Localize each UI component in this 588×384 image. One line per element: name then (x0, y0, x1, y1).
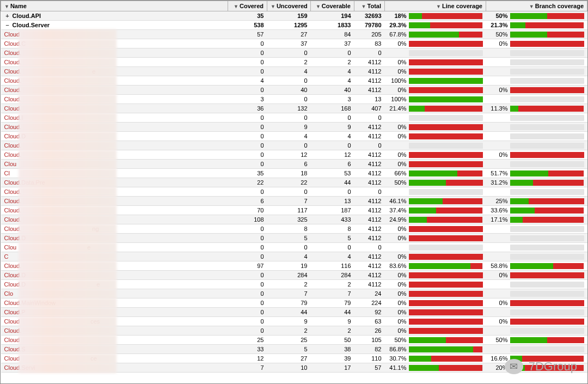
table-row[interactable]: Cloud.4044112100% (1, 76, 587, 86)
table-row[interactable]: Cloud.30313100% (1, 95, 587, 104)
col-coverable[interactable]: ▼Coverable (311, 1, 354, 11)
class-link[interactable]: Cloud.D (4, 272, 26, 278)
class-link[interactable]: Cloud. (4, 188, 22, 195)
class-link[interactable]: Cloud. (4, 50, 22, 56)
table-row[interactable]: Cloud.ng08841120% (1, 224, 587, 234)
class-link[interactable]: Cloud. (4, 105, 22, 112)
table-row[interactable]: Cl351853411266%51.7% (1, 169, 587, 178)
table-row[interactable]: Cloudces099630%0% (1, 317, 587, 326)
col-name[interactable]: ▼Name (1, 1, 228, 11)
expand-icon[interactable]: + (4, 13, 11, 19)
coverage-table: ▼Name ▼Covered ▼Uncovered ▼Coverable ▼To… (1, 1, 587, 373)
class-link[interactable]: Cloud. (4, 142, 22, 149)
table-row[interactable]: Cloud.09941120% (1, 123, 587, 132)
table-row[interactable]: Cloud25255010550%50% (1, 336, 587, 345)
class-link[interactable]: Cloud.Servi (4, 364, 35, 371)
table-row[interactable]: Cloud.0404041120%0% (1, 86, 587, 95)
assembly-name[interactable]: Cloud.Server (13, 22, 50, 28)
table-row[interactable]: Cloud.S335388286.8% (1, 345, 587, 354)
class-link[interactable]: Clou (4, 244, 17, 251)
table-row[interactable]: Cloud.022260% (1, 326, 587, 336)
table-row[interactable]: Cloud.0000 (1, 48, 587, 58)
class-link[interactable]: Cloud. (4, 327, 22, 334)
table-row[interactable]: Cloud.Data.Pre222244411250%31.2% (1, 178, 587, 187)
table-row[interactable]: C04441120% (1, 252, 587, 261)
summary-row[interactable]: + Cloud.API351591943269318%50% (1, 11, 587, 21)
class-link[interactable]: Cloud. (4, 263, 22, 269)
class-link[interactable]: Cloud.I (4, 114, 23, 121)
line-coverage (385, 48, 486, 58)
table-row[interactable]: Cloud.D05541120% (1, 234, 587, 243)
table-row[interactable]: Cloud.108325433411224.9%17.1% (1, 215, 587, 224)
class-link[interactable]: Cloud (4, 31, 20, 38)
table-row[interactable]: Cloud.70117187411237.4%33.6% (1, 206, 587, 215)
class-link[interactable]: Cloud (4, 355, 20, 362)
table-row[interactable]: Cloud.0121241120%0% (1, 150, 587, 160)
class-link[interactable]: Cloud. (4, 68, 22, 75)
col-uncovered[interactable]: ▼Uncovered (267, 1, 311, 11)
table-row[interactable]: Cloud.0000 (1, 187, 587, 197)
uncovered-value: 10 (267, 363, 311, 373)
expand-icon[interactable]: – (4, 22, 11, 28)
coverable-value: 284 (311, 271, 354, 280)
class-link[interactable]: Cloud.S (4, 346, 26, 352)
table-row[interactable]: Cloud.I0000 (1, 113, 587, 123)
covered-value: 4 (228, 76, 267, 86)
class-link[interactable]: Cloud. (4, 151, 22, 158)
uncovered-value: 4 (267, 67, 311, 76)
class-link[interactable]: Cloud. (4, 225, 22, 232)
table-row[interactable]: Cloud.9719116411283.6%58.8% (1, 261, 587, 271)
table-row[interactable]: Cloud.C03737830%0% (1, 39, 587, 48)
assembly-name[interactable]: Cloud.API (13, 13, 41, 19)
table-row[interactable]: Cloud.Servi710175741.1%20% (1, 363, 587, 373)
table-row[interactable]: Clou06641120% (1, 160, 587, 169)
class-link[interactable]: Cloud. (4, 96, 22, 102)
table-row[interactable]: Cloudce12273911030.7%16.6% (1, 354, 587, 363)
class-link[interactable]: Cloud.D (4, 281, 26, 288)
class-link[interactable]: Clo (4, 290, 14, 297)
summary-row[interactable]: – Cloud.Server538129518337978029.3%21.3% (1, 21, 587, 30)
branch-coverage (486, 289, 587, 298)
class-link[interactable]: Cloud (4, 318, 20, 325)
class-link[interactable]: Cloud (4, 337, 20, 343)
table-row[interactable]: Cloud.3613216840721.4%11.3% (1, 104, 587, 113)
line-coverage: 0% (385, 326, 486, 336)
branch-coverage (486, 160, 587, 169)
table-row[interactable]: Cloud.02241120% (1, 58, 587, 67)
class-link[interactable]: Cloud. (4, 216, 22, 223)
class-link[interactable]: Cl (4, 170, 10, 176)
table-row[interactable]: Cloud.6713411246.1%25% (1, 197, 587, 206)
class-link[interactable]: Cloud. (4, 59, 22, 65)
col-total[interactable]: ▼Total (354, 1, 385, 11)
table-row[interactable]: Cloud.D028428441120%0% (1, 271, 587, 280)
branch-coverage (486, 141, 587, 150)
uncovered-value: 25 (267, 336, 311, 345)
uncovered-value: 7 (267, 197, 311, 206)
class-link[interactable]: Cloud. (4, 198, 22, 204)
table-row[interactable]: Clo077240% (1, 289, 587, 298)
table-row[interactable]: Cloud.MainWindow079792240%0% (1, 298, 587, 308)
class-link[interactable]: Cloud.D (4, 133, 26, 139)
col-branch[interactable]: ▼Branch coverage (486, 1, 587, 11)
class-link[interactable]: Cloud. (4, 124, 22, 130)
class-link[interactable]: C (4, 253, 9, 260)
class-link[interactable]: Cloud.C (4, 40, 26, 47)
table-row[interactable]: Cloud.P04444920% (1, 308, 587, 317)
class-link[interactable]: Cloud.P (4, 309, 26, 315)
table-row[interactable]: Cloud57278420567.8%50% (1, 30, 587, 39)
table-row[interactable]: Cloud.D04441120% (1, 132, 587, 141)
class-link[interactable]: Cloud. (4, 207, 22, 214)
table-row[interactable]: Cloud.e04441120% (1, 67, 587, 76)
table-row[interactable]: Cloue0000 (1, 243, 587, 252)
class-link[interactable]: Cloud.MainWindow (4, 300, 56, 306)
class-link[interactable]: Cloud.Data.Pre (4, 179, 45, 186)
table-row[interactable]: Cloud.De02241120% (1, 280, 587, 289)
class-link[interactable]: Clou (4, 161, 17, 167)
class-link[interactable]: Cloud.D (4, 235, 26, 241)
col-covered[interactable]: ▼Covered (228, 1, 267, 11)
table-row[interactable]: Cloud.0000 (1, 141, 587, 150)
class-link[interactable]: Cloud. (4, 77, 22, 84)
branch-coverage: 25% (486, 197, 587, 206)
class-link[interactable]: Cloud. (4, 87, 22, 93)
col-line[interactable]: ▼Line coverage (385, 1, 486, 11)
